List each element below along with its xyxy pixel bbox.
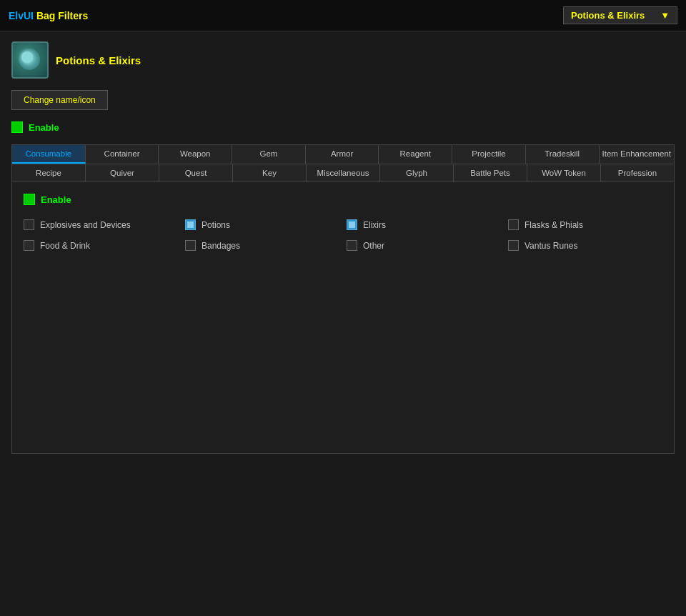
inner-enable-row: Enable — [24, 194, 662, 205]
change-name-button[interactable]: Change name/icon — [11, 90, 108, 110]
checkbox-label-food: Food & Drink — [40, 241, 90, 251]
tab-consumable[interactable]: Consumable — [12, 145, 86, 164]
header-elv: ElvUI — [9, 10, 34, 21]
checkbox-label-bandages: Bandages — [202, 241, 240, 251]
tabs-row-1: Consumable Container Weapon Gem Armor Re… — [11, 144, 675, 164]
tab-tradeskill[interactable]: Tradeskill — [526, 145, 600, 164]
checkbox-label-potions: Potions — [202, 220, 230, 230]
tab-miscellaneous[interactable]: Miscellaneous — [307, 164, 380, 182]
checkbox-label-vantus: Vantus Runes — [525, 241, 578, 251]
checkbox-item-elixirs[interactable]: Elixirs — [347, 219, 501, 230]
enable-checkbox[interactable] — [11, 121, 23, 133]
header-title: ElvUI Bag Filters — [9, 10, 88, 21]
profile-section: Potions & Elixirs — [11, 41, 675, 79]
checkbox-bandages[interactable] — [185, 240, 196, 251]
checkbox-label-flasks: Flasks & Phials — [525, 220, 583, 230]
checkboxes-grid: Explosives and Devices Potions Elixirs F… — [24, 219, 662, 251]
tab-container[interactable]: Container — [86, 145, 159, 164]
checkbox-elixirs[interactable] — [347, 219, 357, 230]
main-content: Potions & Elixirs Change name/icon Enabl… — [0, 31, 686, 464]
profile-icon — [11, 41, 49, 79]
dropdown-label: Potions & Elixirs — [571, 10, 645, 21]
checkbox-item-explosives[interactable]: Explosives and Devices — [24, 219, 178, 230]
inner-enable-label: Enable — [41, 194, 71, 205]
checkbox-item-food[interactable]: Food & Drink — [24, 240, 178, 251]
enable-row: Enable — [11, 121, 675, 133]
tab-key[interactable]: Key — [233, 164, 307, 182]
checkbox-item-flasks[interactable]: Flasks & Phials — [508, 219, 662, 230]
tab-quest[interactable]: Quest — [159, 164, 233, 182]
checkbox-other[interactable] — [347, 240, 357, 251]
tab-item-enhancement[interactable]: Item Enhancement — [600, 145, 675, 164]
header-dropdown[interactable]: Potions & Elixirs ▼ — [563, 6, 677, 24]
checkbox-explosives[interactable] — [24, 219, 34, 230]
checkbox-potions[interactable] — [185, 219, 196, 230]
tab-gem[interactable]: Gem — [232, 145, 306, 164]
content-panel: Enable Explosives and Devices Potions El… — [11, 182, 675, 454]
chevron-down-icon: ▼ — [660, 10, 670, 21]
tab-quiver[interactable]: Quiver — [86, 164, 159, 182]
enable-label: Enable — [29, 122, 59, 133]
tabs-row-2: Recipe Quiver Quest Key Miscellaneous Gl… — [11, 164, 675, 182]
header-bag: Bag Filters — [34, 10, 88, 21]
tab-wow-token[interactable]: WoW Token — [527, 164, 601, 182]
tab-recipe[interactable]: Recipe — [12, 164, 86, 182]
header-bar: ElvUI Bag Filters Potions & Elixirs ▼ — [0, 0, 686, 31]
checkbox-food[interactable] — [24, 240, 34, 251]
checkbox-item-bandages[interactable]: Bandages — [185, 240, 339, 251]
tabs-container: Consumable Container Weapon Gem Armor Re… — [11, 144, 675, 182]
tab-battle-pets[interactable]: Battle Pets — [454, 164, 527, 182]
checkbox-item-vantus[interactable]: Vantus Runes — [508, 240, 662, 251]
profile-name: Potions & Elixirs — [56, 54, 141, 66]
tab-reagent[interactable]: Reagent — [379, 145, 452, 164]
tab-armor[interactable]: Armor — [306, 145, 379, 164]
checkbox-flasks[interactable] — [508, 219, 519, 230]
checkbox-label-explosives: Explosives and Devices — [40, 220, 131, 230]
checkbox-item-potions[interactable]: Potions — [185, 219, 339, 230]
checkbox-label-other: Other — [363, 241, 384, 251]
checkbox-item-other[interactable]: Other — [347, 240, 501, 251]
tab-glyph[interactable]: Glyph — [380, 164, 454, 182]
tab-weapon[interactable]: Weapon — [159, 145, 232, 164]
checkbox-label-elixirs: Elixirs — [363, 220, 386, 230]
tab-profession[interactable]: Profession — [601, 164, 674, 182]
inner-enable-checkbox[interactable] — [24, 194, 35, 205]
checkbox-vantus[interactable] — [508, 240, 519, 251]
tab-projectile[interactable]: Projectile — [452, 145, 526, 164]
